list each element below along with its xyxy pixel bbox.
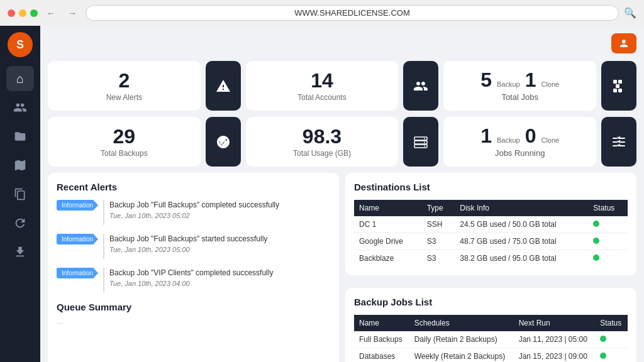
accounts-icon	[413, 70, 428, 102]
checklist-icon-card	[601, 117, 636, 167]
alert-item-2: Information Backup Job "Full Backups" st…	[57, 234, 330, 259]
dest-col-disk: Disk Info	[455, 200, 588, 216]
right-panel: Destinations List Name Type Disk Info St…	[345, 173, 636, 362]
backup-jobs-header-row: Name Schedules Next Run Status	[354, 315, 628, 331]
dest-dc1-name: DC 1	[354, 216, 422, 233]
checklist-icon	[611, 126, 626, 158]
jobs-running-card: 1 Backup 0 Clone Jobs Running	[443, 117, 596, 167]
alert-badge-3: Information	[57, 268, 98, 278]
dest-col-name: Name	[354, 200, 422, 216]
jobs-running-label: Jobs Running	[495, 148, 545, 158]
sidebar-logo[interactable]: S	[8, 32, 33, 57]
bj-col-next-run: Next Run	[514, 315, 596, 331]
dest-backblaze-name: Backblaze	[354, 250, 422, 267]
traffic-lights	[8, 9, 38, 17]
search-icon[interactable]: 🔍	[624, 7, 636, 19]
sidebar-item-packages[interactable]	[6, 153, 34, 178]
backup-label: Backup	[497, 80, 520, 88]
svg-point-12	[424, 141, 425, 143]
jobs-icon-card	[601, 61, 636, 111]
top-bar	[48, 33, 636, 53]
svg-rect-19	[619, 145, 625, 146]
svg-point-11	[424, 138, 425, 139]
user-button[interactable]	[611, 33, 636, 53]
back-button[interactable]: ←	[43, 7, 59, 19]
status-dot-gdrive	[593, 238, 599, 244]
dest-gdrive-name: Google Drive	[354, 233, 422, 250]
dest-backblaze-disk: 38.2 GB used / 95.0 GB total	[455, 250, 588, 267]
dest-dc1-disk: 24.5 GB used / 50.0 GB total	[455, 216, 588, 233]
alert-text-2: Backup Job "Full Backups" started succes…	[109, 234, 267, 255]
svg-point-13	[424, 145, 425, 146]
destinations-header-row: Name Type Disk Info Status	[354, 200, 628, 216]
forward-button[interactable]: →	[64, 7, 80, 19]
backups-icon	[216, 126, 231, 158]
dest-col-status: Status	[588, 200, 628, 216]
storage-icon-card	[403, 117, 438, 167]
total-usage-card: 98.3 Total Usage (GB)	[246, 117, 399, 167]
clone-running-label: Clone	[541, 136, 559, 144]
alert-divider-2	[103, 234, 104, 259]
backup-jobs-panel: Backup Jobs List Name Schedules Next Run…	[345, 288, 636, 362]
total-usage-number: 98.3	[303, 126, 341, 146]
status-dot-full	[600, 336, 606, 342]
sidebar-item-users[interactable]	[6, 95, 34, 120]
alert-item-1: Information Backup Job "Full Backups" co…	[57, 200, 330, 225]
backup-running-number: 1	[480, 126, 492, 146]
total-accounts-card: 14 Total Accounts	[246, 61, 399, 111]
total-backups-card: 29 Total Backups	[48, 117, 201, 167]
dest-gdrive-disk: 48.7 GB used / 75.0 GB total	[455, 233, 588, 250]
clone-jobs-number: 1	[525, 70, 536, 90]
backups-icon-card	[206, 117, 241, 167]
new-alerts-label: New Alerts	[106, 93, 142, 102]
maximize-traffic-light[interactable]	[30, 9, 38, 17]
svg-rect-0	[613, 80, 617, 84]
status-dot-db	[600, 353, 606, 359]
dest-backblaze-status	[588, 250, 628, 267]
svg-rect-2	[616, 84, 619, 88]
backup-running-label: Backup	[497, 136, 520, 144]
svg-rect-1	[618, 80, 622, 84]
clone-label: Clone	[541, 80, 559, 88]
bj-full-schedule: Daily (Retain 2 Backups)	[409, 331, 514, 348]
clone-running-number: 0	[525, 126, 536, 146]
alert-icon	[216, 70, 231, 102]
jobs-running-dual: 1 Backup 0 Clone Jobs Running	[480, 126, 559, 158]
sidebar-item-home[interactable]: ⌂	[6, 66, 34, 91]
alert-badge-1: Information	[57, 200, 98, 211]
destinations-table: Name Type Disk Info Status DC 1 SSH 24.5…	[354, 200, 628, 266]
svg-rect-16	[613, 141, 618, 143]
alert-divider-1	[103, 200, 104, 225]
stats-row-2: 29 Total Backups 98.3 Total Usage (GB)	[48, 117, 636, 167]
sidebar-item-download[interactable]	[6, 239, 34, 265]
backup-jobs-number: 5	[480, 70, 492, 90]
dest-row-gdrive: Google Drive S3 48.7 GB used / 75.0 GB t…	[354, 233, 628, 250]
url-bar[interactable]: WWW.SHAREDLICENSE.COM	[86, 5, 619, 21]
total-jobs-label: Total Jobs	[501, 92, 538, 102]
bj-row-databases: Databases Weekly (Retain 2 Backups) Jan …	[354, 348, 628, 363]
bj-col-status: Status	[595, 315, 628, 331]
dest-gdrive-status	[588, 233, 628, 250]
jobs-running-numbers: 1 Backup 0 Clone	[480, 126, 559, 146]
left-panel: Recent Alerts Information Backup Job "Fu…	[48, 173, 339, 362]
backup-jobs-title: Backup Jobs List	[354, 297, 628, 307]
bj-db-name: Databases	[354, 348, 409, 363]
svg-rect-18	[613, 145, 618, 146]
bj-full-status	[595, 331, 628, 348]
bottom-grid: Recent Alerts Information Backup Job "Fu…	[48, 173, 636, 362]
sidebar-item-copy[interactable]	[6, 182, 34, 207]
dest-dc1-status	[588, 216, 628, 233]
minimize-traffic-light[interactable]	[19, 9, 26, 17]
jobs-icon	[611, 70, 626, 102]
total-backups-label: Total Backups	[101, 149, 148, 158]
svg-rect-3	[613, 89, 617, 92]
close-traffic-light[interactable]	[8, 9, 15, 17]
browser-chrome: ← → WWW.SHAREDLICENSE.COM 🔍	[0, 0, 644, 26]
queue-summary-content: ...	[57, 317, 330, 325]
total-usage-label: Total Usage (GB)	[293, 149, 351, 158]
stats-row-1: 2 New Alerts 14 Total Accounts	[48, 61, 636, 111]
bj-row-full-backups: Full Backups Daily (Retain 2 Backups) Ja…	[354, 331, 628, 348]
sidebar-item-files[interactable]	[6, 124, 34, 149]
sidebar-item-refresh[interactable]	[6, 211, 34, 236]
alert-text-1: Backup Job "Full Backups" completed succ…	[109, 200, 279, 221]
